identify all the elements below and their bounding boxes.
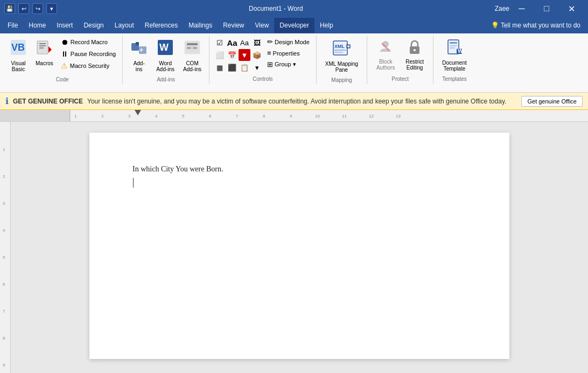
code-group-content: VB VisualBasic	[6, 37, 118, 74]
design-mode-button[interactable]: ✏ Design Mode	[265, 37, 312, 47]
record-macro-label: Record Macro	[71, 39, 108, 45]
svg-text:4: 4	[3, 228, 5, 233]
add-ins-label: Add-ins	[134, 60, 145, 72]
record-macro-button[interactable]: ⏺ Record Macro	[59, 37, 118, 47]
svg-text:2: 2	[101, 114, 104, 119]
ribbon-groups: VB VisualBasic	[0, 36, 588, 84]
menu-design[interactable]: Design	[78, 18, 109, 33]
svg-text:12: 12	[369, 114, 374, 119]
minimize-button[interactable]: ─	[509, 0, 534, 17]
get-genuine-office-button[interactable]: Get genuine Office	[521, 96, 583, 107]
ctrl-block[interactable]: 📦	[251, 49, 263, 61]
menu-insert[interactable]: Insert	[51, 18, 78, 33]
xml-mapping-button[interactable]: XML XML MappingPane	[321, 37, 362, 75]
ribbon: VB VisualBasic	[0, 33, 588, 93]
ribbon-group-controls: ☑ Aa Aa 🖼 ⬜ 📅 ▼ 📦 ▦ ⬛ 📋 ▾	[209, 36, 317, 84]
com-add-ins-label: COMAdd-ins	[183, 60, 201, 72]
block-authors-icon	[377, 39, 394, 59]
addins-group-label: Add-ins	[127, 75, 205, 84]
macro-security-label: Macro Security	[70, 63, 109, 69]
svg-text:9: 9	[290, 114, 292, 119]
redo-button[interactable]: ↪	[32, 3, 43, 14]
customize-quick-access-button[interactable]: ▾	[46, 3, 57, 14]
svg-rect-3	[39, 43, 46, 44]
document-page[interactable]: In which City You were Born.	[89, 133, 509, 359]
controls-group-content: ☑ Aa Aa 🖼 ⬜ 📅 ▼ 📦 ▦ ⬛ 📋 ▾	[214, 37, 312, 74]
close-button[interactable]: ✕	[559, 0, 584, 17]
ctrl-dropdown[interactable]: ▼	[239, 49, 250, 61]
restrict-editing-button[interactable]: RestrictEditing	[401, 37, 429, 73]
word-add-ins-button[interactable]: W WordAdd-ins	[153, 37, 178, 74]
text-cursor	[133, 178, 134, 188]
svg-text:1: 1	[3, 147, 5, 152]
block-authors-button[interactable]: BlockAuthors	[372, 37, 400, 73]
svg-rect-5	[39, 47, 44, 49]
ctrl-grid3[interactable]: 📋	[239, 61, 250, 73]
ctrl-checkbox[interactable]: ☑	[214, 37, 226, 49]
menu-file[interactable]: File	[2, 18, 23, 33]
document-template-button[interactable]: W DocumentTemplate	[438, 37, 471, 74]
svg-text:2: 2	[3, 174, 5, 179]
ctrl-calendar[interactable]: 📅	[226, 49, 238, 61]
ruler-content: 1 2 3 4 5 6 7 8 9 10 11 12 13	[70, 110, 588, 121]
ctrl-grid1[interactable]: ▦	[214, 61, 226, 73]
macro-security-button[interactable]: ⚠ Macro Security	[59, 60, 118, 71]
macros-options-column: ⏺ Record Macro ⏸ Pause Recording ⚠ Macro…	[59, 37, 118, 71]
ctrl-aa2[interactable]: Aa	[239, 37, 250, 49]
word-add-ins-icon: W	[157, 39, 174, 59]
ctrl-more[interactable]: ▾	[251, 61, 263, 73]
ctrl-image[interactable]: 🖼	[251, 37, 263, 49]
svg-rect-29	[450, 42, 457, 44]
menu-layout[interactable]: Layout	[109, 18, 139, 33]
ctrl-grid2[interactable]: ⬛	[226, 61, 238, 73]
svg-text:7: 7	[236, 114, 239, 119]
controls-group-label: Controls	[214, 75, 312, 83]
svg-rect-15	[187, 47, 191, 49]
undo-button[interactable]: ↩	[18, 3, 29, 14]
add-ins-button[interactable]: + Add-ins	[127, 37, 151, 74]
warning-info-icon: ℹ	[5, 96, 9, 106]
menu-developer[interactable]: Developer	[274, 18, 314, 33]
save-button[interactable]: 💾	[4, 3, 15, 14]
svg-rect-14	[187, 43, 198, 45]
document-cursor-line	[132, 178, 466, 190]
svg-point-27	[414, 49, 416, 51]
ribbon-group-templates: W DocumentTemplate Templates	[433, 36, 475, 84]
user-name: Zaee	[495, 5, 509, 12]
group-button[interactable]: ⊞ Group ▾	[265, 59, 312, 70]
properties-button[interactable]: ≡ Properties	[265, 48, 312, 58]
maximize-button[interactable]: □	[534, 0, 559, 17]
ctrl-aa1[interactable]: Aa	[226, 37, 238, 49]
visual-basic-button[interactable]: VB VisualBasic	[6, 37, 30, 74]
macro-security-icon: ⚠	[61, 61, 68, 70]
menu-review[interactable]: Review	[218, 18, 249, 33]
record-macro-icon: ⏺	[61, 38, 68, 46]
menu-help[interactable]: Help	[314, 18, 339, 33]
menu-home[interactable]: Home	[23, 18, 51, 33]
title-bar-controls: 💾 ↩ ↪ ▾	[4, 3, 57, 14]
design-mode-label: Design Mode	[275, 39, 310, 45]
menu-references[interactable]: References	[139, 18, 183, 33]
controls-grid: ☑ Aa Aa 🖼 ⬜ 📅 ▼ 📦 ▦ ⬛ 📋 ▾	[214, 37, 263, 73]
svg-text:1: 1	[74, 114, 77, 119]
menu-view[interactable]: View	[250, 18, 275, 33]
document-content[interactable]: In which City You were Born.	[132, 165, 466, 190]
document-scroll-area[interactable]: In which City You were Born.	[11, 122, 588, 373]
xml-mapping-label: XML MappingPane	[325, 61, 358, 73]
svg-text:6: 6	[3, 282, 5, 287]
macros-icon	[36, 39, 53, 59]
properties-label: Properties	[273, 50, 300, 57]
tell-me-bar[interactable]: 💡 Tell me what you want to do	[486, 19, 586, 31]
ctrl-square[interactable]: ⬜	[214, 49, 226, 61]
macros-button[interactable]: Macros	[32, 37, 57, 68]
visual-basic-label: VisualBasic	[11, 60, 25, 72]
menu-mailings[interactable]: Mailings	[183, 18, 218, 33]
com-add-ins-button[interactable]: COMAdd-ins	[180, 37, 205, 74]
ribbon-group-code: VB VisualBasic	[2, 36, 123, 84]
pause-recording-button[interactable]: ⏸ Pause Recording	[59, 49, 118, 59]
svg-rect-8	[136, 42, 139, 45]
menu-bar: File Home Insert Design Layout Reference…	[0, 17, 588, 33]
properties-icon: ≡	[267, 49, 271, 57]
document-template-icon: W	[446, 39, 463, 60]
restrict-editing-icon	[407, 39, 423, 59]
